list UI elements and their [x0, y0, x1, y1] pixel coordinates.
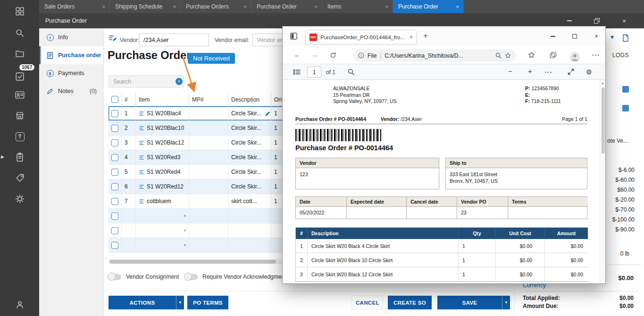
save-button[interactable]: SAVE▼ [437, 296, 510, 309]
create-so-button[interactable]: CREATE SO [388, 296, 432, 309]
row-checkbox[interactable] [111, 110, 118, 117]
contacts-icon[interactable] [14, 89, 25, 101]
more-options-icon[interactable]: ··· [545, 68, 552, 76]
tag-icon[interactable] [14, 172, 25, 184]
vendor-input[interactable] [139, 34, 209, 46]
edit-pencil-icon[interactable] [265, 111, 271, 117]
row-checkbox[interactable] [111, 139, 118, 146]
profile-avatar[interactable] [569, 51, 580, 62]
tab-close-icon[interactable]: × [244, 4, 247, 9]
tab-items[interactable]: Items× [322, 0, 393, 13]
cancel-button[interactable]: CANCEL [351, 296, 383, 309]
nav-item-payments[interactable]: $ Payments [39, 64, 103, 82]
description-cell: Circle Skir... [228, 179, 271, 194]
nav-item-purchase-order[interactable]: Purchase order [39, 46, 103, 64]
chevron-down-icon[interactable]: ▾ [184, 228, 186, 233]
clipboard-icon[interactable] [14, 152, 25, 163]
minimize-button[interactable] [566, 17, 573, 24]
page-number-input[interactable]: 1 [307, 67, 321, 77]
user-icon[interactable] [14, 299, 25, 310]
browser-tab[interactable]: PDF PurchaseOrder_PO-0014464_fro... × [305, 30, 417, 44]
search-page-icon[interactable] [495, 52, 502, 59]
pdf-scrollbar[interactable]: ▲ [600, 80, 605, 283]
require-vendor-ack-toggle[interactable] [185, 274, 198, 280]
restore-button[interactable] [593, 17, 601, 24]
new-tab-button[interactable]: + [423, 31, 428, 41]
scrollbar-thumb[interactable] [109, 260, 276, 264]
favorites-icon[interactable] [528, 51, 535, 59]
bookmark-star-icon[interactable] [505, 52, 511, 59]
tab-close-icon[interactable]: × [315, 4, 318, 9]
search-input[interactable] [109, 75, 184, 88]
search-icon[interactable] [14, 27, 25, 39]
contents-icon[interactable] [293, 68, 301, 76]
dashboard-icon[interactable] [14, 6, 25, 17]
menu-dots-icon[interactable]: ··· [592, 51, 600, 59]
tab-close-icon[interactable]: × [410, 34, 413, 41]
folder-icon[interactable] [14, 48, 25, 60]
fit-to-page-icon[interactable] [568, 68, 574, 75]
company-address: Spring Valley, NY, 10977, US [333, 98, 397, 105]
row-checkbox[interactable] [111, 125, 118, 132]
maximize-button[interactable] [571, 33, 578, 40]
minimize-button[interactable] [549, 33, 557, 40]
info-icon[interactable] [358, 52, 364, 59]
help-icon[interactable]: ? [14, 131, 25, 142]
tab-shipping-schedule[interactable]: Shipping Schedule× [110, 0, 181, 13]
logs-label[interactable]: LOGS [612, 52, 629, 59]
scroll-up-arrow[interactable]: ▲ [601, 81, 604, 85]
close-button[interactable]: × [593, 33, 600, 40]
gear-icon[interactable] [14, 193, 25, 205]
zoom-out-icon[interactable]: − [508, 67, 512, 75]
clear-search-icon[interactable]: × [176, 78, 183, 85]
chevron-down-icon[interactable]: ▾ [611, 33, 614, 41]
col-mp: MP# [189, 93, 228, 106]
chevron-down-icon[interactable]: ▼ [502, 296, 510, 309]
zoom-in-icon[interactable]: + [528, 67, 532, 75]
nav-item-notes[interactable]: Notes (0) [39, 82, 103, 100]
forward-icon[interactable]: → [311, 51, 318, 59]
nav-item-info[interactable]: i Info [39, 28, 103, 46]
po-terms-button[interactable]: PO TERMS [187, 296, 228, 309]
back-icon[interactable]: ← [294, 51, 301, 59]
vendor-consignment-toggle[interactable] [109, 274, 121, 280]
row-checkbox[interactable] [111, 169, 118, 176]
address-bar[interactable]: File | C:/Users/Karina_Shchitova/D... [353, 49, 516, 62]
actions-button[interactable]: ACTIONS▼ [109, 296, 184, 309]
gear-icon[interactable] [585, 68, 593, 76]
tab-purchase-order[interactable]: Purchase Order× [251, 0, 322, 13]
mp-cell [189, 194, 228, 208]
tab-purchase-order-active[interactable]: Purchase Order× [393, 0, 464, 13]
close-button[interactable]: × [620, 17, 628, 24]
row-number: 7 [122, 194, 136, 208]
row-checkbox[interactable] [111, 198, 118, 205]
vendor-edit-icon[interactable] [109, 34, 117, 42]
tasks-check-icon[interactable] [14, 71, 25, 82]
row-checkbox[interactable] [111, 154, 118, 161]
search-icon[interactable] [348, 68, 354, 75]
row-checkbox[interactable] [111, 183, 118, 190]
tab-sale-orders[interactable]: Sale Orders× [39, 0, 110, 13]
chevron-down-icon[interactable]: ▾ [184, 243, 186, 248]
browser-title-bar: PDF PurchaseOrder_PO-0014464_fro... × + … [283, 26, 605, 46]
store-icon[interactable] [14, 110, 25, 121]
log-action-icon[interactable] [622, 86, 629, 93]
export-file-icon[interactable] [622, 34, 629, 42]
row-checkbox[interactable] [111, 242, 118, 249]
select-all-checkbox[interactable] [111, 96, 118, 103]
row-checkbox[interactable] [111, 213, 118, 220]
tab-close-icon[interactable]: × [385, 4, 388, 9]
panel-expander-arrow[interactable]: ▶ [1, 154, 4, 159]
browser-app-icon[interactable] [290, 33, 297, 40]
tab-close-icon[interactable]: × [456, 4, 459, 9]
tab-purchase-orders[interactable]: Purchase Orders× [181, 0, 251, 13]
tab-close-icon[interactable]: × [102, 4, 105, 9]
log-action-icon[interactable] [622, 105, 629, 111]
tab-close-icon[interactable]: × [173, 4, 176, 9]
row-checkbox[interactable] [111, 227, 118, 234]
refresh-icon[interactable] [330, 52, 336, 59]
chevron-down-icon[interactable]: ▾ [184, 214, 186, 218]
chevron-down-icon[interactable]: ▼ [176, 296, 184, 309]
scrollbar-thumb[interactable] [602, 87, 605, 154]
collections-icon[interactable] [550, 51, 557, 59]
